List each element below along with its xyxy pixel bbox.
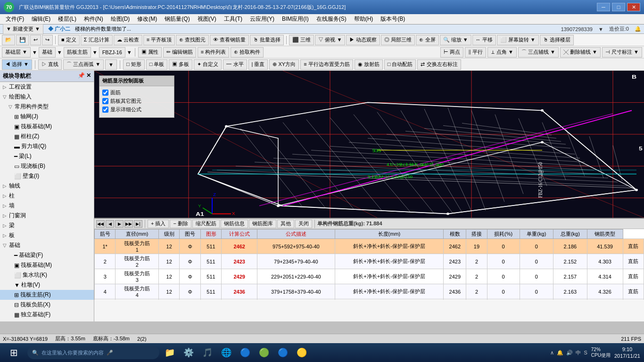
tb-select-floor[interactable]: 🖱 选择楼层 xyxy=(540,35,574,45)
tb-pan[interactable]: ↔ 平移 xyxy=(472,35,496,45)
tb-dynamic-obs[interactable]: ▶ 动态观察 xyxy=(346,35,380,45)
tb-single-slab[interactable]: □ 单板 xyxy=(146,59,168,70)
tb-save[interactable]: 💾 xyxy=(16,35,29,45)
tb-insert[interactable]: + 插入 xyxy=(148,220,169,228)
sidebar-item-column-cap[interactable]: ▼ 柱墩(V) xyxy=(0,280,94,290)
tb-arc[interactable]: ⌒ 三点画弧 ▼ xyxy=(63,59,104,70)
sidebar-item-strip-foundation[interactable]: ━ 条形基础(I) xyxy=(0,320,94,321)
close-button[interactable]: ✕ xyxy=(627,3,640,11)
tb-rebar-library[interactable]: 钢筋图库 xyxy=(249,220,276,228)
menu-version[interactable]: 版本号(B) xyxy=(377,14,409,24)
nav-next[interactable]: ▶ xyxy=(115,220,124,228)
menu-rebar-qty[interactable]: 钢筋量(Q) xyxy=(161,14,193,24)
sidebar-item-col-group[interactable]: ▷ 柱 xyxy=(0,191,94,201)
sidebar-item-cast-slab[interactable]: ▭ 现浇板(B) xyxy=(0,161,94,171)
taskbar-app-4[interactable]: 🌐 xyxy=(218,345,235,360)
tb-screen-rotate[interactable]: ⬜ 屏幕旋转 ▼ xyxy=(497,35,539,45)
table-row[interactable]: 1* 筏板受力筋1 12 Φ 511 2462 975+592+975-40-4… xyxy=(95,239,644,254)
tb-three-point-aux[interactable]: ⌒ 三点辅线 ▼ xyxy=(518,47,559,58)
table-row[interactable]: 2 筏板受力筋2 12 Φ 511 2423 79+2345+79-40-40 … xyxy=(95,254,644,269)
tb-other[interactable]: 其他 xyxy=(277,220,294,228)
sidebar-item-beam[interactable]: ━ 梁(L) xyxy=(0,151,94,161)
menu-floor[interactable]: 楼层(L) xyxy=(54,14,80,24)
taskbar-app-6[interactable]: 🟢 xyxy=(256,345,272,360)
menu-view[interactable]: 视图(V) xyxy=(194,14,220,24)
minimize-button[interactable]: ─ xyxy=(597,3,610,11)
sidebar-item-foundation-group[interactable]: ▽ 基础 xyxy=(0,240,94,250)
rebar-table-container[interactable]: 筋号 直径(mm) 级别 图号 图形 计算公式 公式描述 长度(mm) 根数 搭… xyxy=(94,229,644,300)
tb-spread-rebar[interactable]: ≡ 平行边布置受力筋 xyxy=(300,59,353,70)
tb-auto-config[interactable]: □ 自动配筋 xyxy=(384,59,416,70)
menu-tools[interactable]: 工具(T) xyxy=(220,14,246,24)
tb-level-top[interactable]: ≡ 平齐板顶 xyxy=(143,35,175,45)
sidebar-item-raft-neg-rebar[interactable]: ⊟ 筏板负筋(X) xyxy=(0,300,94,310)
formula-checkbox[interactable] xyxy=(102,107,108,113)
tb-zoom[interactable]: 🔍 缩放 ▼ xyxy=(440,35,471,45)
taskbar-app-2[interactable]: ⚙️ xyxy=(180,345,197,360)
tb-edit-rebar[interactable]: ✏ 编辑钢筋 xyxy=(163,47,196,58)
tb-scale-rebar[interactable]: 缩尺配筋 xyxy=(192,220,220,228)
tb-two-point[interactable]: ⊢ 两点 xyxy=(440,47,463,58)
nav-end[interactable]: ▶| xyxy=(134,220,142,228)
sidebar-item-axis-group[interactable]: ▷ 轴线 xyxy=(0,181,94,191)
rebar-type-btn[interactable]: 筋板主筋 xyxy=(64,47,91,58)
sidebar-item-isolated-foundation[interactable]: ▦ 独立基础(F) xyxy=(0,310,94,320)
tb-custom[interactable]: ✦ 自定义 xyxy=(194,59,222,70)
tb-close[interactable]: 关闭 xyxy=(295,220,312,228)
sidebar-item-axis[interactable]: ⊞ 轴网(J) xyxy=(0,112,94,122)
tray-notification[interactable]: 🔔 xyxy=(557,350,563,356)
tb-straight-line[interactable]: ▷ 直线 xyxy=(38,59,62,70)
tb-3d[interactable]: ⬛ 三维 xyxy=(289,35,314,45)
table-row[interactable]: 3 筏板受力筋3 12 Φ 511 2429 229+2051+229-40-4… xyxy=(95,269,644,284)
menu-modify[interactable]: 修改(M) xyxy=(133,14,161,24)
tb-del-aux[interactable]: ╳ 删除辅线 ▼ xyxy=(560,47,601,58)
tray-security[interactable]: S xyxy=(584,350,587,355)
tb-radial[interactable]: ◉ 放射筋 xyxy=(355,59,383,70)
sidebar-item-raft2[interactable]: ▣ 筏板基础(M) xyxy=(0,260,94,270)
rebar-check-face[interactable]: 面筋 xyxy=(102,89,171,96)
tb-redo[interactable]: ↪ xyxy=(42,35,53,45)
taskbar-search[interactable]: 🔍 在这里输入你要搜索的内容 🎤 xyxy=(27,346,159,359)
table-row[interactable]: 5 筏板受力筋5 12 Φ 511 2442 490+1542+490-40-4… xyxy=(95,299,644,300)
tb-parallel[interactable]: ∥ 平行 xyxy=(465,47,486,58)
table-row[interactable]: 4 筏板受力筋4 12 Φ 511 2436 379+1758+379-40-4… xyxy=(95,284,644,299)
sidebar-pin[interactable]: 📌 ✕ xyxy=(78,72,91,80)
menu-cloud[interactable]: 云应用(Y) xyxy=(246,14,278,24)
sidebar-item-foundation-beam[interactable]: ━ 基础梁(F) xyxy=(0,250,94,260)
menu-online[interactable]: 在线服务(S) xyxy=(313,14,350,24)
tb-view-rebar[interactable]: 👁 查看钢筋量 xyxy=(210,35,249,45)
tb-define[interactable]: ■ 定义 xyxy=(58,35,80,45)
tray-ime[interactable]: 中 xyxy=(576,349,581,356)
menu-file[interactable]: 文件(F) xyxy=(2,14,28,24)
sidebar-item-frame-col[interactable]: ▦ 框柱(Z) xyxy=(0,132,94,141)
taskbar-app-7[interactable]: 🔵 xyxy=(274,345,291,360)
tb-rebar-info[interactable]: 钢筋信息 xyxy=(221,220,248,228)
taskbar-app-8[interactable]: 🟡 xyxy=(293,345,310,360)
menu-draw[interactable]: 绘图(D) xyxy=(107,14,134,24)
menu-component[interactable]: 构件(N) xyxy=(80,14,107,24)
start-button[interactable]: ⊞ xyxy=(2,345,25,360)
tb-delete[interactable]: − 删除 xyxy=(170,220,191,228)
nav-last[interactable]: ▶▶ xyxy=(124,220,133,228)
taskbar-app-3[interactable]: 🎵 xyxy=(199,345,216,360)
sidebar-item-shear-wall[interactable]: ▬ 剪力墙(Q) xyxy=(0,141,94,151)
sidebar-item-project-settings[interactable]: ▷ 工程设置 xyxy=(0,82,94,92)
newchange-button[interactable]: ▼ 新建变更 ▼ xyxy=(3,24,43,34)
sidebar-item-pit[interactable]: ⬜ 集水坑(K) xyxy=(0,270,94,280)
tb-find-element[interactable]: ⊕ 查找图元 xyxy=(176,35,209,45)
sidebar-item-beam-group[interactable]: ▷ 梁 xyxy=(0,221,94,230)
tb-top-view[interactable]: ▽ 俯视 ▼ xyxy=(315,35,345,45)
tb-dim[interactable]: ⊣ 尺寸标注 ▼ xyxy=(602,47,642,58)
rebar-check-formula[interactable]: 显示详细公式 xyxy=(102,106,171,113)
tb-open[interactable]: 📂 xyxy=(2,35,15,45)
sidebar-item-slab-group[interactable]: ▷ 板 xyxy=(0,230,94,240)
tb-swap-annot[interactable]: ⇄ 交换左右标注 xyxy=(417,59,461,70)
tb-undo[interactable]: ↩ xyxy=(30,35,41,45)
tb-pick-component[interactable]: ⊕ 拾取构件 xyxy=(231,47,264,58)
sidebar-item-wall-niche[interactable]: ⬜ 壁龛(I) xyxy=(0,171,94,181)
sidebar-item-raft-main-rebar[interactable]: ⊞ 筏板主筋(R) xyxy=(0,290,94,300)
sidebar-item-raft[interactable]: ▣ 筏板基础(M) xyxy=(0,122,94,132)
layer-select-btn[interactable]: 基础层 ▼ xyxy=(2,47,31,58)
menu-edit[interactable]: 编辑(E) xyxy=(28,14,54,24)
tb-cloud-check[interactable]: ☁ 云检查 xyxy=(114,35,142,45)
